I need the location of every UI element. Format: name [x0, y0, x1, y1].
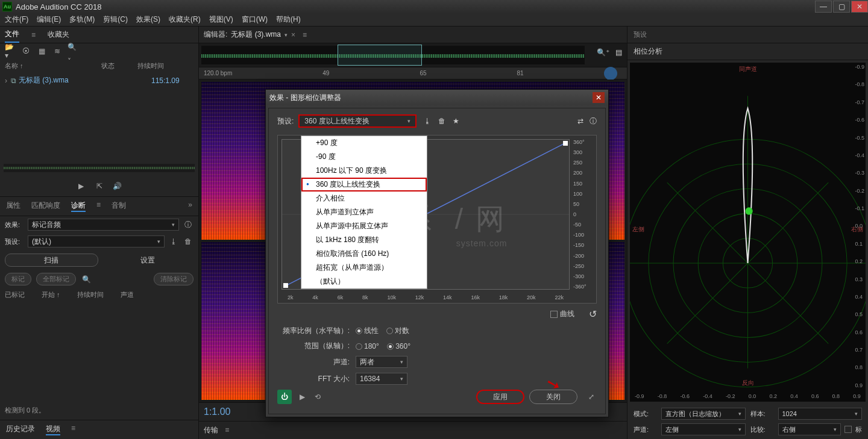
editor-dropdown-icon[interactable]: ▾: [285, 32, 288, 38]
maximize-button[interactable]: ▢: [833, 1, 850, 13]
tab-audio[interactable]: 音制: [112, 201, 126, 212]
favorite-icon[interactable]: ★: [453, 117, 459, 125]
preset-option[interactable]: 相位取消低音 (160 Hz): [301, 247, 427, 261]
preview-play-icon[interactable]: ▶: [297, 391, 307, 402]
close-button[interactable]: ✕: [851, 1, 868, 13]
menu-view[interactable]: 视图(V): [209, 14, 233, 25]
file-duration: 115:1.09: [151, 76, 180, 85]
save-preset-icon[interactable]: ⭳: [168, 236, 179, 247]
tab-video[interactable]: 视频: [46, 424, 60, 435]
mode-select[interactable]: 直方图（日志缩放）▾: [661, 408, 746, 420]
insert-icon[interactable]: ⇱: [94, 181, 105, 191]
dialog-close-button[interactable]: ✕: [593, 92, 605, 103]
view-mode-icon[interactable]: ▤: [615, 48, 622, 57]
editor-close-icon[interactable]: ×: [291, 31, 295, 39]
menu-clip[interactable]: 剪辑(C): [103, 14, 128, 25]
col-duration[interactable]: 持续时间: [137, 61, 164, 70]
search-markers-icon[interactable]: 🔍: [81, 274, 92, 285]
selection-region[interactable]: [338, 45, 422, 66]
close-dialog-button[interactable]: 关闭: [529, 390, 577, 404]
menu-effects[interactable]: 效果(S): [136, 14, 160, 25]
curve-checkbox[interactable]: [550, 311, 558, 318]
multitrack-icon[interactable]: ▦: [36, 46, 47, 57]
minimize-button[interactable]: —: [815, 1, 832, 13]
col-duration2: 持续时间: [77, 290, 104, 299]
dialog-preset-select[interactable]: 360 度以上线性变换▾: [298, 114, 417, 128]
preset-option[interactable]: +90 度: [301, 136, 427, 150]
flag-checkbox[interactable]: [844, 426, 852, 433]
compare-select[interactable]: 右侧▾: [778, 423, 841, 435]
tab-favorites[interactable]: 收藏夹: [48, 27, 69, 42]
info-icon[interactable]: ⓘ: [183, 219, 193, 230]
play-icon[interactable]: ▶: [76, 181, 87, 191]
speaker-icon[interactable]: 🔊: [112, 181, 123, 191]
preset-option[interactable]: （默认）: [301, 275, 427, 288]
preset-option[interactable]: 超拓宽（从单声道源）: [301, 261, 427, 275]
reset-icon[interactable]: ↺: [589, 308, 597, 320]
tab-menu2-icon[interactable]: ≡: [71, 424, 75, 435]
delete-preset-icon[interactable]: 🗑: [183, 236, 193, 247]
samples-select[interactable]: 1024▾: [778, 408, 863, 420]
help-icon[interactable]: ⓘ: [590, 116, 597, 126]
mark-all-button[interactable]: 全部标记: [36, 273, 76, 285]
editor-menu-icon[interactable]: ≡: [303, 31, 307, 39]
mark-button[interactable]: 标记: [5, 273, 31, 285]
radio-360[interactable]: [387, 343, 394, 350]
clear-marks-button[interactable]: 清除标记: [154, 273, 193, 285]
menu-file[interactable]: 文件(F): [5, 14, 28, 25]
preset-option[interactable]: 从单声道到立体声: [301, 205, 427, 219]
waveform-icon[interactable]: ≋: [52, 46, 63, 57]
preset-option[interactable]: -90 度: [301, 150, 427, 164]
save-preset-icon[interactable]: ⭳: [424, 117, 431, 125]
record-icon[interactable]: ⦿: [20, 46, 31, 57]
menu-multitrack[interactable]: 多轨(M): [69, 14, 95, 25]
tab-attributes[interactable]: 属性: [6, 201, 20, 212]
timeline-overview[interactable]: 🔍⁺ ▤: [199, 43, 627, 67]
sliders-icon[interactable]: ⇄: [577, 117, 583, 125]
expand-icon[interactable]: ⤢: [586, 391, 597, 402]
preset-option[interactable]: 100Hz 以下 90 度变换: [301, 164, 427, 178]
time-ruler[interactable]: 120.0 bpm 49 65 81: [199, 67, 627, 79]
scan-button[interactable]: 扫描: [5, 254, 98, 267]
tab-file-menu-icon[interactable]: ≡: [31, 31, 36, 39]
apply-button[interactable]: 应用: [476, 390, 524, 404]
radio-180[interactable]: [356, 343, 362, 350]
preset-select[interactable]: (默认)▾: [28, 235, 165, 248]
preset-option-selected[interactable]: 360 度以上线性变换: [301, 178, 427, 191]
fft-select[interactable]: 16384▾: [356, 373, 407, 385]
col-start[interactable]: 开始 ↑: [42, 290, 60, 299]
preset-option[interactable]: 介入相位: [301, 191, 427, 205]
radio-log[interactable]: [386, 328, 393, 334]
tempo-chip-icon[interactable]: [604, 67, 617, 80]
tab-file[interactable]: 文件: [5, 26, 19, 43]
tab-diagnostics[interactable]: 诊断: [71, 201, 86, 212]
effect-select[interactable]: 标记音频▾: [28, 219, 179, 231]
svg-point-9: [745, 207, 752, 214]
transport-menu-icon[interactable]: ≡: [225, 426, 229, 434]
loop-icon[interactable]: ⟲: [312, 391, 323, 402]
col-name[interactable]: 名称 ↑: [5, 61, 101, 70]
trash-icon[interactable]: 🗑: [438, 117, 445, 125]
tab-menu-icon[interactable]: ≡: [96, 201, 101, 212]
phase-graph[interactable]: 系 / 网system.com 360°300250200150100500-5…: [277, 135, 597, 304]
more-icon[interactable]: »: [188, 201, 192, 212]
menu-edit[interactable]: 编辑(E): [37, 14, 61, 25]
tab-history[interactable]: 历史记录: [6, 424, 35, 435]
tab-match-loudness[interactable]: 匹配响度: [31, 201, 60, 212]
power-button[interactable]: ⏻: [277, 390, 292, 404]
preset-option[interactable]: 从单声源中拓展立体声: [301, 219, 427, 233]
menu-window[interactable]: 窗口(W): [242, 14, 268, 25]
expand-icon[interactable]: ›: [5, 76, 7, 85]
file-row[interactable]: › ⧉ 无标题 (3).wma 115:1.09: [0, 73, 198, 88]
channel-select[interactable]: 左侧▾: [661, 423, 746, 435]
menu-favorites[interactable]: 收藏夹(R): [169, 14, 201, 25]
menu-help[interactable]: 帮助(H): [276, 14, 301, 25]
open-file-icon[interactable]: 📂▾: [5, 46, 16, 57]
search-icon[interactable]: 🔍ˬ: [68, 46, 78, 57]
zoom-tool-icon[interactable]: 🔍⁺: [597, 48, 609, 57]
col-status[interactable]: 状态: [101, 61, 137, 70]
settings-button[interactable]: 设置: [102, 254, 194, 267]
preset-option[interactable]: 以 1kHz 180 度翻转: [301, 233, 427, 247]
dialog-channel-select[interactable]: 两者▾: [356, 356, 407, 368]
radio-linear[interactable]: [356, 328, 362, 334]
